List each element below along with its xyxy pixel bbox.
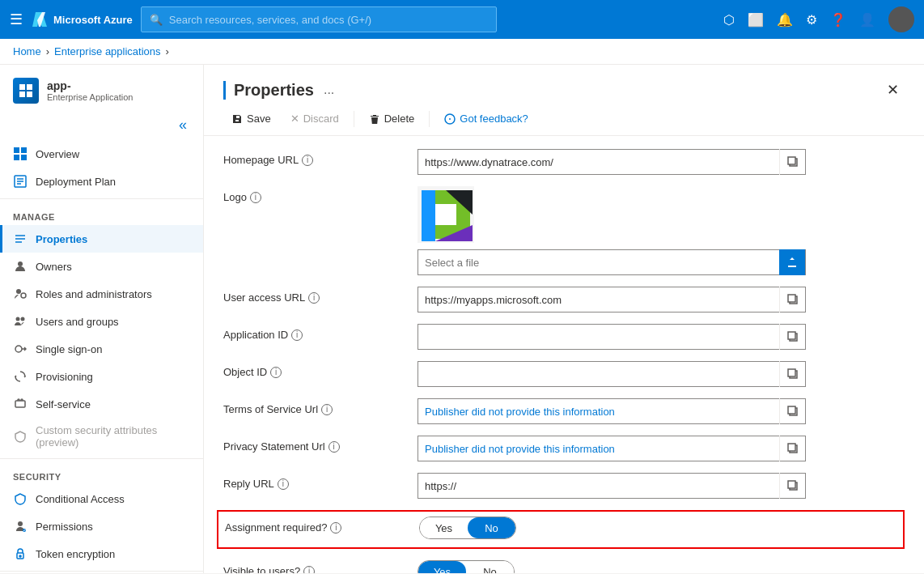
toolbar: Save ✕ Discard Delete Got feedback? (204, 102, 924, 136)
breadcrumb-home[interactable]: Home (13, 45, 41, 57)
privacy-publisher-text: Publisher did not provide this informati… (425, 443, 615, 455)
hamburger-menu[interactable]: ☰ (10, 11, 23, 28)
sidebar-item-single-sign-on[interactable]: Single sign-on (0, 335, 203, 363)
application-id-info-icon[interactable]: i (291, 330, 303, 341)
portal-icon[interactable]: ⬜ (748, 12, 764, 28)
sidebar-item-users-groups[interactable]: Users and groups (0, 308, 203, 335)
logo-upload-area[interactable] (417, 249, 806, 275)
logo-file-input[interactable] (418, 257, 779, 269)
sidebar-item-permissions[interactable]: Permissions (0, 512, 203, 540)
more-options-btn[interactable]: ... (324, 83, 334, 97)
sidebar-item-self-service-label: Self-service (36, 398, 91, 410)
terms-copy-btn[interactable] (779, 398, 805, 424)
svg-marker-35 (422, 190, 435, 241)
roles-admins-icon (13, 287, 28, 301)
provisioning-icon (13, 369, 28, 384)
visible-no-option[interactable]: No (466, 561, 514, 573)
assignment-required-row: Assignment required? i Yes No (217, 510, 905, 549)
reply-url-copy-btn[interactable] (779, 473, 805, 499)
delete-button[interactable]: Delete (361, 108, 423, 129)
assignment-no-option[interactable]: No (468, 517, 515, 538)
svg-rect-3 (27, 91, 32, 97)
sidebar-collapse-btn[interactable]: « (172, 113, 197, 137)
sidebar-item-overview[interactable]: Overview (0, 140, 203, 168)
close-button[interactable]: ✕ (880, 78, 905, 102)
save-button[interactable]: Save (223, 108, 279, 129)
sidebar-item-self-service[interactable]: Self-service (0, 390, 203, 418)
discard-icon: ✕ (290, 113, 299, 125)
homepage-url-input-wrapper (417, 149, 806, 175)
avatar[interactable] (888, 6, 914, 32)
sidebar-item-properties-label: Properties (36, 233, 87, 245)
object-id-copy-btn[interactable] (779, 361, 805, 387)
homepage-url-row: Homepage URL i (223, 149, 905, 175)
upload-icon (786, 257, 798, 268)
homepage-url-info-icon[interactable]: i (302, 155, 313, 166)
user-access-url-input[interactable] (418, 287, 779, 312)
terms-wrapper: Publisher did not provide this informati… (417, 398, 806, 424)
assignment-inner-row: Assignment required? i Yes No (225, 517, 896, 542)
svg-point-21 (21, 317, 25, 321)
discard-button[interactable]: ✕ Discard (282, 108, 347, 129)
homepage-url-label: Homepage URL i (223, 149, 417, 166)
svg-point-17 (21, 293, 26, 298)
sidebar-item-token-encryption[interactable]: Token encryption (0, 540, 203, 568)
sidebar-item-overview-label: Overview (36, 148, 79, 160)
sidebar-item-provisioning[interactable]: Provisioning (0, 363, 203, 390)
privacy-info-icon[interactable]: i (328, 441, 340, 453)
content-panel: Properties ... ✕ Save ✕ Discard Delete G… (204, 65, 924, 573)
feedback-button[interactable]: Got feedback? (436, 108, 536, 129)
search-bar[interactable]: 🔍 (141, 6, 497, 32)
application-id-copy-btn[interactable] (779, 324, 805, 350)
feedback-icon[interactable]: 👤 (859, 12, 875, 28)
help-icon[interactable]: ❓ (830, 12, 846, 28)
sidebar: app- Enterprise Application « Overview D… (0, 65, 204, 573)
sidebar-item-custom-security[interactable]: Custom security attributes (preview) (0, 418, 203, 455)
svg-rect-4 (14, 147, 19, 153)
sidebar-item-deployment-plan-label: Deployment Plan (36, 176, 116, 188)
object-id-input[interactable] (418, 362, 779, 386)
sidebar-item-properties[interactable]: Properties (0, 225, 203, 253)
sidebar-item-owners[interactable]: Owners (0, 253, 203, 280)
homepage-url-input[interactable] (418, 150, 779, 174)
sidebar-item-roles-admins[interactable]: Roles and administrators (0, 280, 203, 308)
sidebar-item-conditional-access[interactable]: Conditional Access (0, 485, 203, 512)
search-icon: 🔍 (150, 14, 163, 26)
reply-url-input[interactable] (418, 474, 779, 498)
form-content: Homepage URL i Logo i (204, 136, 924, 573)
assignment-info-icon[interactable]: i (330, 522, 341, 534)
notifications-icon[interactable]: 🔔 (777, 12, 793, 28)
visible-users-info-icon[interactable]: i (303, 566, 315, 574)
visible-users-toggle-group[interactable]: Yes No (417, 560, 515, 573)
svg-rect-7 (21, 155, 27, 160)
terms-publisher-text: Publisher did not provide this informati… (425, 406, 615, 418)
application-id-input[interactable] (418, 325, 779, 349)
breadcrumb-enterprise-apps[interactable]: Enterprise applications (54, 45, 161, 57)
user-access-url-copy-btn[interactable] (779, 287, 805, 313)
privacy-statement-label: Privacy Statement Url i (223, 436, 417, 453)
assignment-toggle-group[interactable]: Yes No (419, 517, 516, 539)
search-input[interactable] (169, 14, 488, 26)
svg-point-27 (19, 555, 21, 557)
svg-point-16 (16, 289, 21, 294)
sidebar-divider-3 (0, 571, 203, 572)
privacy-copy-btn[interactable] (779, 436, 805, 461)
logo-info-icon[interactable]: i (250, 192, 261, 203)
app-logo: Microsoft Azure (31, 11, 133, 28)
user-access-url-info-icon[interactable]: i (308, 292, 320, 304)
sidebar-item-roles-admins-label: Roles and administrators (36, 288, 152, 300)
homepage-url-copy-btn[interactable] (779, 149, 805, 175)
object-id-info-icon[interactable]: i (270, 367, 282, 378)
sidebar-divider-2 (0, 458, 203, 459)
visible-yes-option[interactable]: Yes (418, 561, 466, 573)
reply-url-info-icon[interactable]: i (278, 478, 289, 490)
application-id-label: Application ID i (223, 324, 417, 341)
svg-rect-49 (788, 481, 795, 488)
assignment-yes-option[interactable]: Yes (420, 517, 468, 538)
logo-upload-btn[interactable] (779, 249, 805, 275)
sidebar-item-deployment-plan[interactable]: Deployment Plan (0, 168, 203, 195)
terms-info-icon[interactable]: i (321, 404, 333, 415)
toolbar-divider (354, 111, 354, 127)
cloud-shell-icon[interactable]: ⬡ (723, 12, 735, 28)
settings-icon[interactable]: ⚙ (806, 12, 817, 28)
